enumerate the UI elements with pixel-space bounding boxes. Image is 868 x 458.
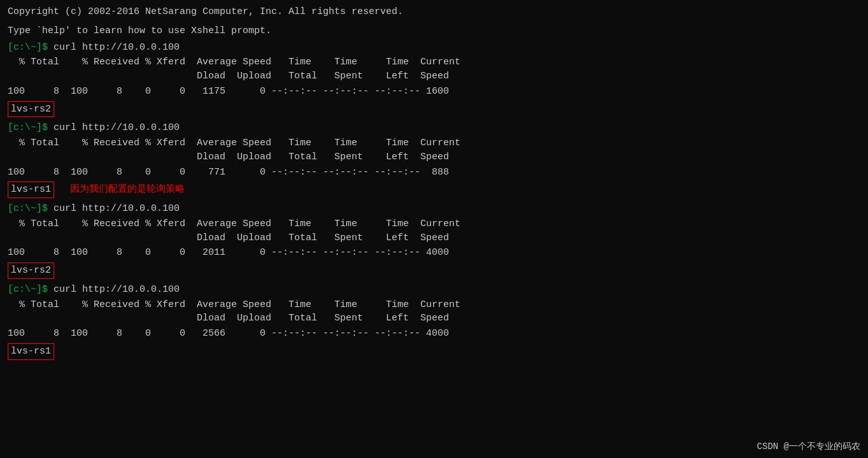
curl-header-3a: % Total % Received % Xferd Average Speed… <box>8 217 860 231</box>
curl-header-2b: Dload Upload Total Spent Left Speed <box>8 150 860 164</box>
command-1: curl http://10.0.0.100 <box>48 42 180 53</box>
prompt-4: [c:\~]$ <box>8 284 48 295</box>
curl-header-1b: Dload Upload Total Spent Left Speed <box>8 69 860 83</box>
command-2: curl http://10.0.0.100 <box>48 122 180 133</box>
curl-block-4: [c:\~]$ curl http://10.0.0.100 % Total %… <box>8 283 860 360</box>
curl-block-3: [c:\~]$ curl http://10.0.0.100 % Total %… <box>8 202 860 279</box>
help-text: Type `help' to learn how to use Xshell p… <box>8 24 860 38</box>
result-box-1: lvs-rs2 <box>8 101 54 118</box>
prompt-line-1: [c:\~]$ curl http://10.0.0.100 <box>8 41 860 55</box>
curl-stats-3: 100 8 100 8 0 0 2011 0 --:--:-- --:--:--… <box>8 246 860 260</box>
curl-header-4b: Dload Upload Total Spent Left Speed <box>8 311 860 326</box>
prompt-line-4: [c:\~]$ curl http://10.0.0.100 <box>8 283 860 297</box>
curl-block-1: [c:\~]$ curl http://10.0.0.100 % Total %… <box>8 41 860 118</box>
command-3: curl http://10.0.0.100 <box>48 203 180 214</box>
curl-header-3b: Dload Upload Total Spent Left Speed <box>8 231 860 245</box>
curl-header-4a: % Total % Received % Xferd Average Speed… <box>8 298 860 312</box>
curl-stats-1: 100 8 100 8 0 0 1175 0 --:--:-- --:--:--… <box>8 85 860 99</box>
curl-header-1a: % Total % Received % Xferd Average Speed… <box>8 55 860 69</box>
result-box-3: lvs-rs2 <box>8 262 54 279</box>
prompt-1: [c:\~]$ <box>8 42 48 53</box>
csdn-watermark: CSDN @一个不专业的码农 <box>757 440 860 453</box>
result-box-4: lvs-rs1 <box>8 343 54 360</box>
annotation-2: 因为我们配置的是轮询策略 <box>70 184 185 195</box>
prompt-2: [c:\~]$ <box>8 122 48 133</box>
prompt-line-2: [c:\~]$ curl http://10.0.0.100 <box>8 121 860 135</box>
terminal-window: Copyright (c) 2002-2016 NetSarang Comput… <box>8 5 860 360</box>
prompt-3: [c:\~]$ <box>8 203 48 214</box>
command-4: curl http://10.0.0.100 <box>48 284 180 295</box>
curl-stats-2: 100 8 100 8 0 0 771 0 --:--:-- --:--:-- … <box>8 166 860 180</box>
curl-header-2a: % Total % Received % Xferd Average Speed… <box>8 136 860 150</box>
curl-block-2: [c:\~]$ curl http://10.0.0.100 % Total %… <box>8 121 860 198</box>
result-box-2: lvs-rs1 <box>8 182 54 198</box>
copyright-text: Copyright (c) 2002-2016 NetSarang Comput… <box>8 5 860 19</box>
prompt-line-3: [c:\~]$ curl http://10.0.0.100 <box>8 202 860 216</box>
curl-stats-4: 100 8 100 8 0 0 2566 0 --:--:-- --:--:--… <box>8 327 860 341</box>
